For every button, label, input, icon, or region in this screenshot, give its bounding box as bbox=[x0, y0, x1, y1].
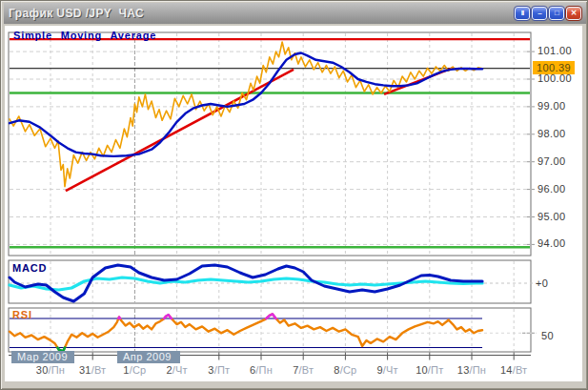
x-axis-label: 10/Пт bbox=[416, 364, 443, 376]
month-badge-april: Апр 2009 bbox=[117, 351, 180, 363]
x-axis-label: 30/Пн bbox=[36, 364, 65, 376]
close-button[interactable]: ✕ bbox=[566, 7, 581, 20]
rsi-indicator-label: RSI bbox=[12, 309, 32, 320]
x-axis-label: 3/Пт bbox=[208, 364, 230, 376]
y-axis-label: 96.00 bbox=[537, 183, 566, 195]
maximize-button[interactable]: □ bbox=[549, 7, 564, 20]
y-axis-label: 100.00 bbox=[537, 72, 572, 84]
y-axis-label: 99.00 bbox=[537, 100, 566, 112]
title-bar[interactable]: График USD /JPY ЧАС II – □ ✕ bbox=[4, 3, 586, 24]
minimize-button[interactable]: – bbox=[532, 7, 547, 20]
y-axis-label: 98.00 bbox=[537, 128, 566, 139]
pause-button[interactable]: II bbox=[515, 7, 530, 20]
x-axis-label: 6/Пн bbox=[250, 364, 273, 376]
x-axis-label: 2/Чт bbox=[166, 364, 187, 376]
x-axis-label: 31/Вт bbox=[79, 364, 106, 376]
macd-indicator-label: MACD bbox=[12, 262, 47, 274]
x-axis-label: 13/Пн bbox=[457, 364, 486, 376]
month-badge-march: Мар 2009 bbox=[11, 351, 74, 363]
x-axis-label: 14/Вт bbox=[500, 364, 527, 376]
macd-zero-label: +0 bbox=[536, 277, 548, 289]
chart-client-area[interactable] bbox=[5, 26, 582, 381]
rsi-mid-label: 50 bbox=[541, 330, 554, 341]
x-axis-label: 7/Вт bbox=[293, 364, 314, 376]
window-title: График USD /JPY ЧАС bbox=[9, 7, 144, 20]
y-axis-label: 95.00 bbox=[537, 211, 566, 222]
y-axis-label: 101.00 bbox=[537, 45, 572, 56]
x-axis-label: 9/Чт bbox=[376, 364, 397, 376]
x-axis-label: 8/Ср bbox=[334, 364, 356, 376]
window-buttons: II – □ ✕ bbox=[515, 7, 581, 20]
x-axis-label: 1/Ср bbox=[123, 364, 146, 376]
y-axis-label: 97.00 bbox=[537, 155, 566, 167]
y-axis-label: 94.00 bbox=[537, 237, 566, 249]
sma-indicator-label: Simple Moving Average bbox=[13, 30, 156, 41]
chart-window: График USD /JPY ЧАС II – □ ✕ Simple Movi… bbox=[0, 0, 588, 390]
